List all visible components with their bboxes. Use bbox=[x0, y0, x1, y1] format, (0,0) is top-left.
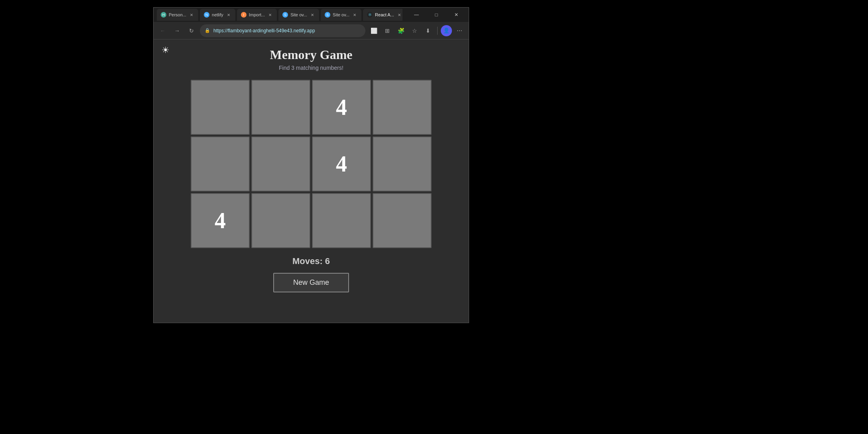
card-8-value: 4 bbox=[215, 208, 226, 233]
tab-0-close[interactable]: ✕ bbox=[189, 12, 194, 18]
tab-5[interactable]: ⚛ React A... ✕ bbox=[363, 9, 402, 21]
collections-icon[interactable]: ⊞ bbox=[381, 25, 393, 37]
tab-3[interactable]: S Site ov... ✕ bbox=[278, 9, 319, 21]
download-icon[interactable]: ⬇ bbox=[422, 25, 434, 37]
card-6[interactable]: 4 bbox=[312, 136, 371, 191]
extensions-icon[interactable]: 🧩 bbox=[395, 25, 407, 37]
card-0[interactable] bbox=[191, 80, 250, 135]
game-grid: 4 4 4 bbox=[191, 80, 432, 248]
card-1[interactable] bbox=[251, 80, 310, 135]
toolbar-divider bbox=[437, 27, 438, 35]
card-10[interactable] bbox=[312, 193, 371, 248]
cast-icon[interactable]: ⬜ bbox=[368, 25, 380, 37]
card-11[interactable] bbox=[373, 193, 432, 248]
tab-2-icon: I bbox=[241, 12, 247, 18]
tab-5-label: React A... bbox=[375, 12, 394, 17]
tab-2[interactable]: I Import... ✕ bbox=[237, 9, 277, 21]
card-4[interactable] bbox=[191, 136, 250, 191]
tab-3-icon: S bbox=[282, 12, 288, 18]
toolbar-icons: ⬜ ⊞ 🧩 ☆ ⬇ 👤 ⋯ bbox=[368, 25, 466, 37]
title-bar: H Person... ✕ N netlify ✕ I Import... ✕ bbox=[154, 8, 469, 22]
lock-icon: 🔒 bbox=[205, 28, 210, 33]
close-button[interactable]: ✕ bbox=[447, 9, 466, 21]
profile-button[interactable]: 👤 bbox=[441, 25, 452, 36]
tab-1-label: netlify bbox=[212, 12, 223, 17]
tab-0[interactable]: H Person... ✕ bbox=[157, 9, 198, 21]
reload-button[interactable]: ↻ bbox=[185, 25, 197, 37]
tab-4-icon: S bbox=[325, 12, 330, 18]
tab-2-close[interactable]: ✕ bbox=[267, 12, 273, 18]
tab-2-label: Import... bbox=[249, 12, 265, 17]
address-bar: ← → ↻ 🔒 https://flamboyant-ardinghelli-5… bbox=[154, 22, 469, 39]
card-7[interactable] bbox=[373, 136, 432, 191]
window-controls: — □ ✕ bbox=[407, 9, 466, 21]
forward-button[interactable]: → bbox=[171, 25, 183, 37]
url-text: https://flamboyant-ardinghelli-549e43.ne… bbox=[213, 28, 315, 34]
card-9[interactable] bbox=[251, 193, 310, 248]
tab-0-label: Person... bbox=[169, 12, 186, 17]
minimize-button[interactable]: — bbox=[407, 9, 426, 21]
game-subtitle: Find 3 matching numbers! bbox=[279, 65, 343, 71]
tab-5-close[interactable]: ✕ bbox=[397, 12, 402, 18]
page-content: ☀ Memory Game Find 3 matching numbers! 4… bbox=[154, 39, 469, 323]
tab-5-icon: ⚛ bbox=[367, 12, 373, 18]
tab-4[interactable]: S Site ov... ✕ bbox=[321, 9, 361, 21]
tab-1-close[interactable]: ✕ bbox=[226, 12, 231, 18]
tab-0-icon: H bbox=[161, 12, 166, 18]
url-bar[interactable]: 🔒 https://flamboyant-ardinghelli-549e43.… bbox=[200, 24, 365, 37]
tab-3-label: Site ov... bbox=[290, 12, 307, 17]
tab-1-icon: N bbox=[204, 12, 209, 18]
game-title: Memory Game bbox=[270, 47, 352, 62]
card-8[interactable]: 4 bbox=[191, 193, 250, 248]
theme-toggle-icon[interactable]: ☀ bbox=[162, 45, 170, 55]
tab-1[interactable]: N netlify ✕ bbox=[200, 9, 235, 21]
tab-4-label: Site ov... bbox=[333, 12, 349, 17]
favorites-icon[interactable]: ☆ bbox=[408, 25, 420, 37]
card-5[interactable] bbox=[251, 136, 310, 191]
card-2[interactable]: 4 bbox=[312, 80, 371, 135]
settings-icon[interactable]: ⋯ bbox=[454, 25, 466, 37]
card-2-value: 4 bbox=[336, 95, 347, 120]
card-3[interactable] bbox=[373, 80, 432, 135]
tab-4-close[interactable]: ✕ bbox=[352, 12, 357, 18]
tab-bar: H Person... ✕ N netlify ✕ I Import... ✕ bbox=[157, 9, 402, 21]
maximize-button[interactable]: □ bbox=[427, 9, 446, 21]
moves-display: Moves: 6 bbox=[292, 256, 330, 266]
card-6-value: 4 bbox=[336, 151, 347, 177]
new-game-button[interactable]: New Game bbox=[273, 273, 349, 292]
tab-3-close[interactable]: ✕ bbox=[310, 12, 315, 18]
back-button[interactable]: ← bbox=[157, 25, 169, 37]
browser-window: H Person... ✕ N netlify ✕ I Import... ✕ bbox=[153, 7, 469, 323]
